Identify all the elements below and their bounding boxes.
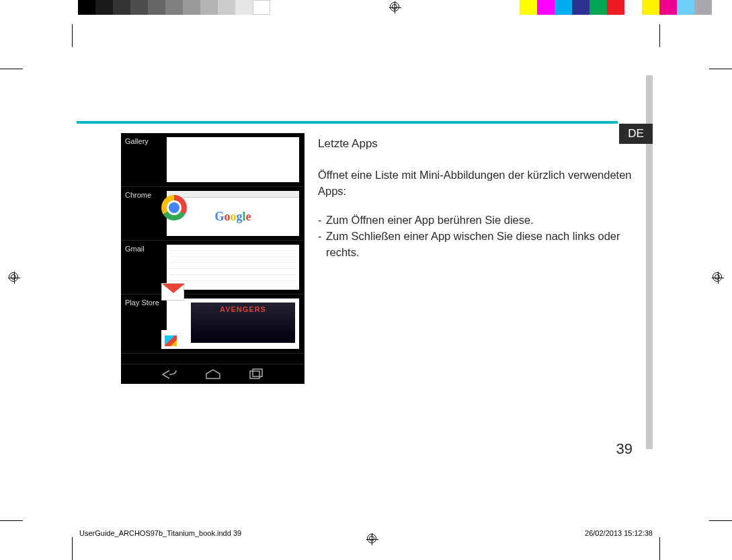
crop-mark-icon <box>659 24 660 47</box>
page-number: 39 <box>616 440 633 458</box>
android-navbar <box>121 364 304 384</box>
svg-rect-0 <box>250 371 259 378</box>
app-label: Play Store <box>121 294 167 353</box>
crop-mark-icon <box>709 520 732 521</box>
app-label: Gmail <box>121 241 167 294</box>
instruction-item: Zum Öffnen einer App berühren Sie diese. <box>318 212 638 229</box>
recent-app-row: Gallery <box>121 133 304 187</box>
chrome-icon <box>161 195 187 221</box>
svg-rect-1 <box>253 369 262 376</box>
app-thumbnail <box>167 245 299 290</box>
avengers-banner: AVENGERS <box>191 303 295 343</box>
crop-mark-icon <box>659 537 660 560</box>
crop-mark-icon <box>0 520 23 521</box>
recent-apps-screenshot: Gallery Chrome Google Gmail Play Store A… <box>121 133 304 384</box>
section-divider <box>77 121 618 124</box>
app-thumbnail: Google <box>167 191 299 236</box>
page-content: Gallery Chrome Google Gmail Play Store A… <box>121 133 638 384</box>
intro-text: Öffnet eine Liste mit Mini-Abbildungen d… <box>318 167 638 200</box>
back-icon <box>160 368 180 381</box>
imprint-file: UserGuide_ARCHOS97b_Titanium_book.indd 3… <box>79 529 241 537</box>
gmail-icon <box>161 283 184 301</box>
text-column: Letzte Apps Öffnet eine Liste mit Mini-A… <box>318 133 638 384</box>
play-store-icon <box>161 330 180 349</box>
app-thumbnail: AVENGERS <box>167 298 299 349</box>
recent-apps-icon <box>246 368 266 381</box>
crop-mark-icon <box>72 537 73 560</box>
imprint-date: 26/02/2013 15:12:38 <box>585 529 653 537</box>
crop-mark-icon <box>709 69 732 69</box>
home-icon <box>203 368 223 381</box>
crop-mark-icon <box>72 24 73 47</box>
recent-app-row: Gmail <box>121 241 304 294</box>
crop-mark-icon <box>0 69 23 69</box>
instruction-list: Zum Öffnen einer App berühren Sie diese.… <box>318 212 638 261</box>
recent-app-row: Chrome Google <box>121 187 304 241</box>
google-logo: Google <box>167 210 299 224</box>
app-thumbnail <box>167 137 299 182</box>
section-heading: Letzte Apps <box>318 136 638 153</box>
instruction-item: Zum Schließen einer App wischen Sie dies… <box>318 229 638 261</box>
print-imprint: UserGuide_ARCHOS97b_Titanium_book.indd 3… <box>79 529 653 537</box>
print-color-bar <box>0 0 732 15</box>
app-label: Chrome <box>121 187 167 240</box>
registration-mark-icon <box>8 272 20 284</box>
recent-app-row: Play Store AVENGERS <box>121 294 304 354</box>
app-label: Gallery <box>121 133 167 186</box>
registration-mark-icon <box>712 272 724 284</box>
registration-mark-icon <box>389 1 401 13</box>
